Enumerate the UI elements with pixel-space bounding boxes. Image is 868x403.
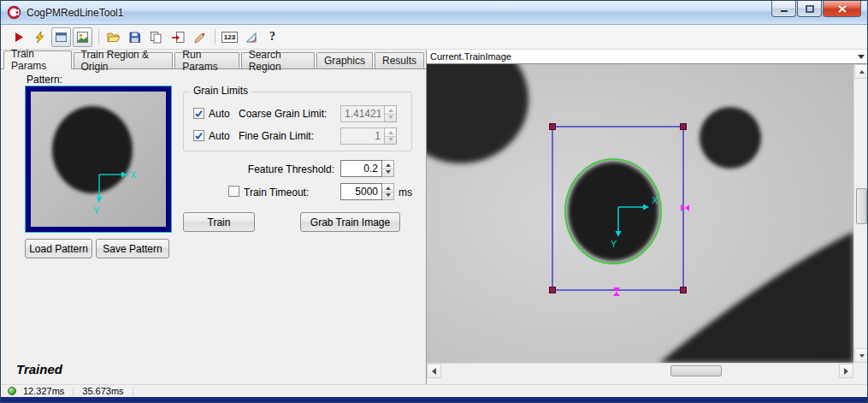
tab-results[interactable]: Results	[375, 52, 424, 68]
help-icon: ?	[269, 30, 275, 44]
spin-down-button[interactable]	[382, 191, 393, 199]
up-arrow-icon	[388, 109, 393, 112]
train-button[interactable]: Train	[183, 212, 255, 232]
pattern-image: X Y	[31, 92, 166, 227]
tab-label: Graphics	[324, 55, 365, 67]
open-folder-icon	[107, 31, 121, 44]
coarse-grain-limit-input[interactable]	[340, 105, 385, 122]
fine-auto-label: Auto	[209, 130, 230, 142]
bottom-accent-strip	[1, 397, 867, 403]
tab-graphics[interactable]: Graphics	[316, 52, 373, 68]
tab-label: Train Params	[11, 48, 64, 72]
scroll-up-button[interactable]	[854, 64, 868, 79]
left-panel: Train Params Train Region & Origin Run P…	[1, 50, 426, 384]
electric-run-button[interactable]	[30, 27, 50, 47]
float-window-button[interactable]	[51, 27, 71, 47]
fine-auto-checkbox[interactable]	[193, 130, 204, 141]
feature-threshold-input[interactable]	[340, 160, 382, 177]
train-timeout-checkbox[interactable]	[228, 186, 239, 197]
status-separator	[133, 387, 133, 396]
open-file-button[interactable]	[103, 27, 123, 47]
help-button[interactable]: ?	[263, 27, 282, 47]
save-pattern-label: Save Pattern	[103, 243, 162, 255]
pattern-label: Pattern:	[27, 74, 62, 86]
toolbar-separator	[98, 29, 99, 44]
grain-limits-group: Grain Limits Auto Coarse Grain Limit: A	[183, 92, 412, 151]
vertical-scroll-thumb[interactable]	[856, 188, 867, 224]
coarse-grain-limit-spinner[interactable]	[385, 105, 397, 122]
save-icon	[128, 31, 141, 44]
image-display[interactable]: X Y	[427, 64, 853, 363]
load-pattern-button[interactable]: Load Pattern	[25, 239, 92, 258]
feature-threshold-spinner[interactable]	[382, 160, 394, 177]
image-panel: Current.TrainImage	[426, 50, 867, 384]
run-time-value: 12.327ms	[23, 386, 64, 396]
tab-train-region-origin[interactable]: Train Region & Origin	[74, 52, 174, 68]
train-timeout-input[interactable]	[340, 183, 382, 200]
fine-grain-limit-input[interactable]	[340, 127, 385, 145]
vertical-scrollbar[interactable]	[853, 64, 868, 363]
feature-threshold-label: Feature Threshold:	[206, 163, 334, 175]
axis-x-label: X	[652, 195, 658, 205]
status-bar: 12.327ms 35.673ms	[1, 384, 867, 397]
tab-run-params[interactable]: Run Params	[174, 52, 239, 68]
import-icon	[171, 31, 185, 44]
fine-grain-limit-label: Fine Grain Limit:	[239, 130, 314, 142]
scroll-down-button[interactable]	[854, 348, 868, 363]
train-timeout-spinner[interactable]	[382, 183, 394, 200]
pattern-image-box: X Y	[25, 86, 172, 233]
float-window-icon	[55, 31, 68, 44]
minimize-button[interactable]	[771, 1, 796, 17]
window-controls	[771, 1, 861, 17]
up-arrow-icon	[386, 163, 391, 167]
coarse-auto-label: Auto	[209, 108, 230, 120]
copy-button[interactable]	[146, 27, 166, 47]
copy-icon	[150, 31, 162, 44]
image-source-dropdown[interactable]: Current.TrainImage	[427, 50, 868, 64]
fine-grain-limit-spinner[interactable]	[385, 127, 397, 145]
train-timeout-unit: ms	[399, 187, 412, 199]
pen-icon	[192, 31, 205, 44]
checkmark-icon	[194, 131, 204, 140]
run-button[interactable]	[9, 27, 28, 47]
title-bar[interactable]: CogPMRedLineTool1	[1, 1, 867, 25]
down-arrow-icon	[386, 193, 391, 197]
pen-button[interactable]	[189, 27, 209, 47]
geometry-button[interactable]	[241, 27, 261, 47]
save-file-button[interactable]	[125, 27, 145, 47]
numeric-display-button[interactable]: 123	[220, 27, 239, 47]
close-button[interactable]	[823, 1, 861, 17]
maximize-button[interactable]	[797, 1, 822, 17]
coarse-auto-checkbox[interactable]	[193, 108, 204, 119]
app-icon	[7, 5, 21, 20]
train-button-label: Train	[208, 216, 231, 228]
tab-train-params[interactable]: Train Params	[3, 50, 72, 69]
scroll-left-button[interactable]	[427, 364, 441, 378]
train-timeout-label: Train Timeout:	[244, 187, 309, 199]
tab-search-region[interactable]: Search Region	[241, 52, 315, 68]
close-icon	[838, 5, 847, 13]
status-led-icon	[8, 387, 16, 395]
protractor-icon	[245, 31, 257, 44]
grain-limits-legend: Grain Limits	[190, 85, 251, 97]
spin-down-button[interactable]	[385, 113, 396, 121]
train-params-page: Pattern:	[1, 69, 426, 384]
right-arrow-icon	[844, 368, 848, 375]
horizontal-scroll-thumb[interactable]	[670, 365, 722, 376]
spin-down-button[interactable]	[385, 135, 396, 144]
spin-down-button[interactable]	[382, 168, 393, 176]
show-image-display-button[interactable]	[73, 27, 92, 47]
import-image-button[interactable]	[168, 27, 187, 47]
scroll-right-button[interactable]	[839, 364, 853, 378]
chevron-down-icon	[858, 55, 865, 59]
save-pattern-button[interactable]: Save Pattern	[96, 239, 169, 258]
total-time-value: 35.673ms	[82, 386, 123, 396]
horizontal-scrollbar[interactable]	[427, 363, 853, 377]
numeric-icon: 123	[221, 32, 238, 43]
toolbar-separator	[215, 29, 216, 44]
main-area: Train Params Train Region & Origin Run P…	[1, 50, 867, 384]
pattern-axis-x-label: X	[130, 169, 137, 180]
up-arrow-icon	[386, 187, 391, 190]
down-arrow-icon	[386, 170, 391, 174]
grab-train-image-button[interactable]: Grab Train Image	[300, 212, 400, 232]
